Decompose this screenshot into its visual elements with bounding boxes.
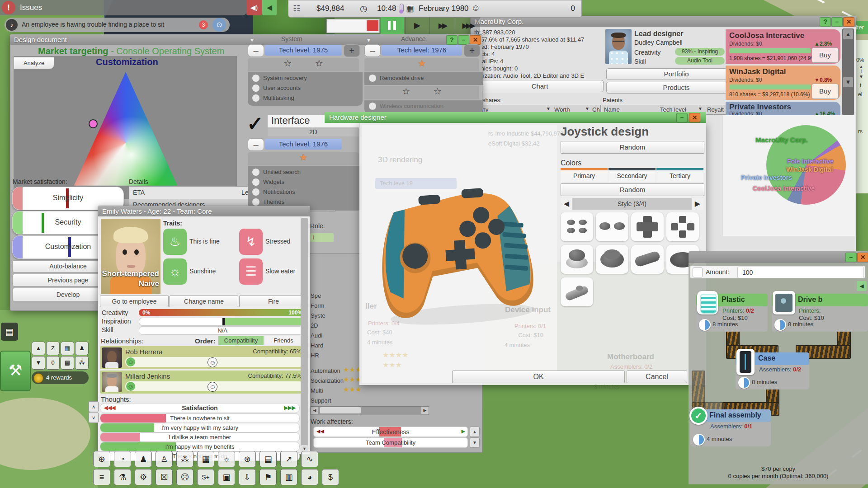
toolbar-salaries-button[interactable]: S+ bbox=[197, 469, 214, 485]
crowd-button[interactable]: ⁂ bbox=[75, 356, 89, 370]
employee-scrollbar[interactable]: ▼ bbox=[301, 218, 308, 453]
notification-pill[interactable]: ♪ An employee is having trouble finding … bbox=[5, 18, 230, 32]
team-compatibility-bar[interactable]: Team Compatibility bbox=[313, 437, 468, 448]
analyze-button[interactable]: Analyze bbox=[14, 57, 54, 69]
play-button[interactable]: ▶ bbox=[405, 17, 429, 34]
toolbar-research-button[interactable]: ⚗ bbox=[114, 469, 131, 485]
company-close-button[interactable]: ✕ bbox=[843, 17, 854, 27]
hardware-designer-titlebar[interactable]: Hardware designer bbox=[325, 112, 706, 123]
amount-checkbox[interactable] bbox=[693, 267, 703, 277]
stock-scrollbar[interactable]: ▲ ▼ bbox=[842, 28, 854, 115]
toolbar-money-button[interactable]: $ bbox=[322, 469, 339, 485]
toolbar-staff-button[interactable]: ♙ bbox=[156, 451, 173, 467]
collapse-issues-button[interactable]: ◀ bbox=[262, 0, 277, 15]
change-name-button[interactable]: Change name bbox=[170, 296, 238, 307]
tech1-plus-button[interactable]: + bbox=[344, 44, 360, 57]
buy-button-cooljosa[interactable]: Buy bbox=[811, 47, 839, 63]
tech-col1-collapse-icon[interactable]: ▾ bbox=[250, 36, 254, 43]
toolbar-dismiss-button[interactable]: ☒ bbox=[156, 469, 173, 485]
notification-view-button[interactable]: ⊙ bbox=[212, 18, 226, 32]
pause-button[interactable] bbox=[381, 17, 404, 34]
staff-zones-button[interactable]: ♟ bbox=[75, 342, 89, 355]
style-option-5[interactable] bbox=[561, 245, 593, 274]
satisfaction-header-bar[interactable]: ◀◀◀ Satisfaction ▶▶▶ bbox=[100, 403, 300, 413]
hscroll-left-icon[interactable]: ◀ bbox=[311, 407, 318, 414]
toolbar-markets-button[interactable]: ◔ bbox=[114, 451, 131, 467]
toolbar-teams-button[interactable]: ⁂ bbox=[176, 451, 193, 467]
mute-button[interactable]: ◀) bbox=[246, 0, 262, 15]
toolbar-products-button[interactable]: ▣ bbox=[218, 469, 235, 485]
relationship-row-millard[interactable]: Millard Jenkins Compatibility: 77.5% ☺ ☺ bbox=[100, 371, 306, 394]
company-minimize-button[interactable]: – bbox=[831, 17, 843, 27]
hardware-minimize-button[interactable]: – bbox=[676, 113, 688, 122]
rewards-bar[interactable]: 4 rewards bbox=[32, 371, 89, 384]
fire-button[interactable]: Fire bbox=[239, 296, 308, 307]
affecter-up-icon[interactable]: ▲ bbox=[470, 427, 480, 437]
toolbar-map-button[interactable]: ⊛ bbox=[239, 451, 256, 467]
target-marker[interactable] bbox=[89, 119, 98, 128]
interface-check-icon[interactable]: ✓ bbox=[247, 112, 264, 135]
scroll-up-icon[interactable]: ▲ bbox=[843, 29, 853, 39]
star-filled-icon[interactable]: ★ bbox=[299, 152, 307, 162]
employee-window-titlebar[interactable]: Emily Waters - Age: 22 - Team: Core bbox=[98, 206, 310, 216]
design-help-button[interactable]: ? bbox=[446, 35, 458, 45]
feature-wireless-communication[interactable]: Wireless communication bbox=[368, 101, 483, 111]
grid-button[interactable]: ▦ bbox=[61, 342, 74, 355]
style-option-7[interactable] bbox=[631, 245, 664, 274]
render-area[interactable]: rs-Imo Industrie $44,790,970 eSoft Digit… bbox=[362, 125, 557, 383]
rotate-button[interactable]: Z bbox=[46, 342, 60, 355]
build-mode-button[interactable]: ⚒ bbox=[0, 351, 31, 391]
layers-button[interactable]: ▤ bbox=[1, 323, 18, 341]
production-titlebar[interactable] bbox=[689, 251, 868, 263]
toolbar-finance-button[interactable]: ▥ bbox=[280, 469, 297, 485]
furniture-button[interactable]: ▤ bbox=[61, 356, 74, 370]
order-compatibility-tab[interactable]: Compatibility bbox=[218, 336, 264, 345]
camera-down-button[interactable]: ▼ bbox=[32, 356, 45, 370]
tech1-minus-button[interactable]: – bbox=[248, 44, 264, 57]
toolbar-world-button[interactable]: ⊕ bbox=[93, 451, 110, 467]
tech2-plus-button[interactable]: + bbox=[464, 44, 480, 57]
design-close-button[interactable]: ✕ bbox=[470, 35, 481, 45]
toolbar-imports-button[interactable]: ⇩ bbox=[239, 469, 256, 485]
toolbar-moods-button[interactable]: ☹ bbox=[176, 469, 193, 485]
style-option-2[interactable] bbox=[596, 212, 628, 241]
toolbar-spreadsheet-button[interactable]: ▤ bbox=[259, 451, 277, 467]
affecter-down-icon[interactable]: ▼ bbox=[470, 437, 480, 448]
star-empty-icon[interactable]: ☆ bbox=[434, 86, 442, 96]
hscroll-right-icon[interactable]: ▶ bbox=[421, 407, 429, 414]
toolbar-documents-button[interactable]: ≡ bbox=[93, 469, 110, 485]
style-option-1[interactable] bbox=[561, 212, 593, 241]
camera-up-button[interactable]: ▲ bbox=[32, 342, 45, 355]
buy-button-winjask[interactable]: Buy bbox=[811, 84, 839, 99]
scroll-up-button[interactable]: ∧ bbox=[89, 401, 99, 412]
production-minimize-button[interactable]: – bbox=[845, 253, 857, 262]
relationship-row-rob[interactable]: Rob Herrera Compatibility: 65% ☺ ☺ bbox=[100, 346, 306, 369]
fast-forward-button[interactable]: ▶▶ bbox=[429, 17, 454, 34]
feature-removable-drive[interactable]: Removable drive bbox=[368, 73, 483, 83]
speed-progress[interactable] bbox=[326, 19, 380, 33]
style-option-6[interactable] bbox=[596, 245, 628, 274]
toolbar-employee-button[interactable]: ♟ bbox=[135, 451, 152, 467]
chart-tab-button[interactable]: Chart bbox=[476, 80, 604, 92]
order-friends-tab[interactable]: Friends bbox=[265, 336, 302, 345]
style-option-9[interactable] bbox=[561, 277, 593, 306]
toolbar-statistics-button[interactable]: ◕ bbox=[301, 469, 318, 485]
tab-primary[interactable]: Primary bbox=[561, 168, 608, 182]
feature-system-recovery[interactable]: System recovery bbox=[251, 73, 363, 83]
production-close-button[interactable]: ✕ bbox=[857, 253, 868, 262]
stepper-down-icon[interactable]: ▼ bbox=[859, 74, 863, 79]
toolbar-contracts-button[interactable]: ⚑ bbox=[259, 469, 277, 485]
toolbar-settings-button[interactable]: ⚙ bbox=[135, 469, 152, 485]
company-window-titlebar[interactable]: MacroUlty Corp. bbox=[471, 16, 856, 27]
star-empty-icon[interactable]: ☆ bbox=[315, 58, 323, 68]
tech2-minus-button[interactable]: – bbox=[364, 44, 381, 57]
effectiveness-bar[interactable]: ◀◀ Effectiveness ▶ bbox=[313, 427, 468, 437]
random-color-button[interactable]: Random bbox=[561, 183, 704, 196]
scroll-down-icon[interactable]: ▼ bbox=[843, 77, 853, 87]
fastest-forward-button[interactable]: ▶▶▶ bbox=[455, 17, 481, 34]
style-option-3[interactable] bbox=[631, 212, 664, 241]
star-filled-icon[interactable]: ★ bbox=[418, 58, 426, 68]
cancel-button[interactable]: Cancel bbox=[627, 371, 687, 383]
goto-employee-button[interactable]: Go to employee bbox=[100, 296, 169, 307]
design-minimize-button[interactable]: – bbox=[458, 35, 469, 45]
